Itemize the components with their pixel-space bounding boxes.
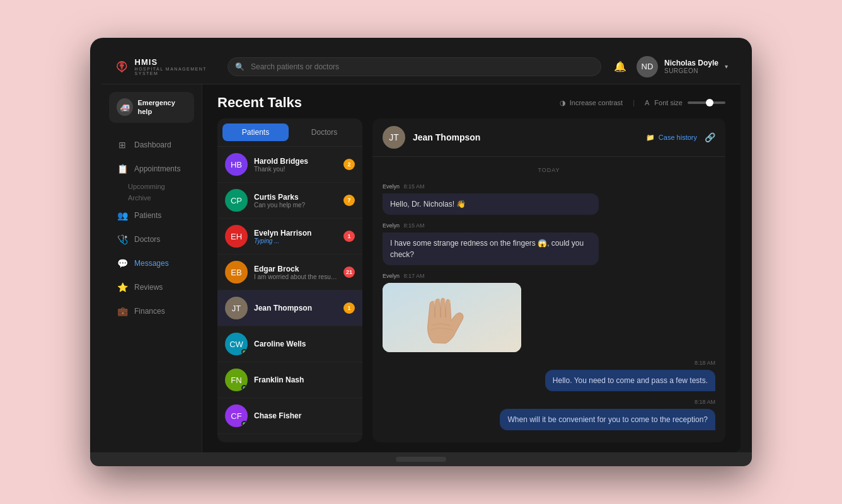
message-group: Evelyn 8:15 AM I have some strange redne… — [383, 222, 715, 265]
message-meta: Evelyn 8:15 AM — [383, 222, 715, 229]
case-history-button[interactable]: 📁 Case history — [646, 134, 697, 142]
logo-title: HMIS — [135, 57, 215, 67]
search-icon: 🔍 — [235, 62, 245, 71]
message-group: Evelyn 8:17 AM — [383, 273, 715, 352]
message-right-group: 8:18 AM Hello. You need to come and pass… — [383, 360, 715, 391]
sidebar: 🚑 Emergency help ⊞ Dashboard 📋 Appointme… — [101, 84, 202, 452]
laptop-notch — [396, 457, 446, 462]
topbar-right: 🔔 ND Nicholas Doyle SURGEON ▾ — [614, 56, 728, 77]
contact-name: Evelyn Harrison — [254, 229, 337, 238]
unread-badge: 1 — [343, 302, 355, 314]
appointments-submenu: Upcomming Archive — [128, 181, 202, 203]
svg-rect-0 — [383, 283, 521, 352]
emergency-label: Emergency help — [138, 98, 187, 117]
appointments-icon: 📋 — [117, 164, 128, 174]
case-history-label: Case history — [659, 134, 697, 141]
contact-item-franklin[interactable]: FN Franklin Nash — [217, 362, 362, 398]
topbar: HMIS HOSPITAL MANAGEMENT SYSTEM 🔍 🔔 ND N… — [101, 49, 741, 84]
contact-info: Curtis Parks Can you help me? — [254, 193, 337, 209]
avatar: ND — [637, 56, 658, 77]
sidebar-item-label: Doctors — [134, 235, 160, 244]
messages-icon: 💬 — [117, 258, 128, 268]
user-menu[interactable]: ND Nicholas Doyle SURGEON ▾ — [637, 56, 728, 77]
sidebar-item-label: Reviews — [134, 283, 163, 292]
chat-contact-avatar: JT — [383, 126, 405, 149]
sender-name: Evelyn — [383, 222, 400, 229]
contact-avatar-chase: CF — [225, 404, 248, 427]
reviews-icon: ⭐ — [117, 282, 128, 292]
contact-info: Jean Thompson — [254, 304, 337, 312]
contact-avatar-curtis: CP — [225, 189, 248, 212]
contact-name: Jean Thompson — [254, 304, 337, 312]
contact-item-edgar[interactable]: EB Edgar Brock I am worried about the re… — [217, 255, 362, 290]
chat-header: JT Jean Thompson 📁 Case history 🔗 — [372, 118, 725, 157]
dashboard-icon: ⊞ — [117, 140, 128, 150]
contact-item-evelyn[interactable]: EH Evelyn Harrison Typing ... 1 — [217, 219, 362, 255]
contact-avatar-jean: JT — [225, 297, 248, 319]
contact-avatar-harold: HB — [225, 153, 248, 176]
notifications-button[interactable]: 🔔 — [614, 60, 626, 72]
tab-patients[interactable]: Patients — [222, 123, 289, 141]
contact-info: Franklin Nash — [254, 375, 355, 384]
sidebar-item-appointments[interactable]: 📋 Appointments — [107, 158, 197, 180]
doctors-icon: 🩺 — [117, 234, 128, 244]
page-title: Recent Talks — [217, 94, 302, 111]
message-time: 8:15 AM — [404, 222, 425, 229]
divider: | — [633, 99, 635, 106]
sidebar-item-doctors[interactable]: 🩺 Doctors — [107, 228, 197, 251]
contact-info: Harold Bridges Thank you! — [254, 157, 337, 173]
contact-avatar-edgar: EB — [225, 261, 248, 284]
sidebar-item-finances[interactable]: 💼 Finances — [107, 300, 197, 323]
sidebar-item-messages[interactable]: 💬 Messages — [107, 252, 197, 275]
contact-item-chase[interactable]: CF Chase Fisher — [217, 398, 362, 434]
message-time: 8:15 AM — [404, 183, 425, 190]
contact-info: Chase Fisher — [254, 411, 355, 420]
chat-panel: JT Jean Thompson 📁 Case history 🔗 TODAY — [372, 118, 725, 442]
sender-name: Evelyn — [383, 183, 400, 190]
link-button[interactable]: 🔗 — [705, 132, 715, 142]
contrast-button[interactable]: ◑ Increase contrast — [560, 99, 623, 107]
submenu-archive[interactable]: Archive — [128, 192, 202, 203]
sidebar-item-dashboard[interactable]: ⊞ Dashboard — [107, 134, 197, 156]
tabs-row: Patients Doctors — [217, 118, 362, 147]
unread-badge: 21 — [343, 266, 355, 278]
contact-name: Harold Bridges — [254, 157, 337, 166]
sidebar-item-patients[interactable]: 👥 Patients — [107, 204, 197, 227]
contact-item-caroline[interactable]: CW Caroline Wells — [217, 326, 362, 362]
hand-image — [383, 283, 521, 352]
contact-name: Edgar Brock — [254, 265, 337, 273]
online-indicator — [241, 421, 247, 427]
contact-item-jean[interactable]: JT Jean Thompson 1 — [217, 290, 362, 326]
contact-msg: Thank you! — [254, 166, 337, 173]
date-label: TODAY — [383, 167, 715, 173]
sidebar-item-label: Patients — [134, 211, 161, 220]
message-right-group: 8:18 AM When will it be convenient for y… — [383, 399, 715, 430]
message-meta: Evelyn 8:15 AM — [383, 183, 715, 190]
contact-item-harold[interactable]: HB Harold Bridges Thank you! 2 — [217, 147, 362, 183]
search-input[interactable] — [228, 57, 601, 76]
contact-item-curtis[interactable]: CP Curtis Parks Can you help me? 7 — [217, 183, 362, 219]
contacts-list: HB Harold Bridges Thank you! 2 CP — [217, 147, 362, 442]
contrast-icon: ◑ — [560, 99, 566, 107]
emergency-button[interactable]: 🚑 Emergency help — [109, 92, 194, 123]
submenu-upcomming[interactable]: Upcomming — [128, 181, 202, 192]
tab-doctors[interactable]: Doctors — [291, 123, 357, 141]
sidebar-item-reviews[interactable]: ⭐ Reviews — [107, 276, 197, 299]
page-header: Recent Talks ◑ Increase contrast | A Fon… — [202, 84, 741, 118]
user-role: SURGEON — [664, 67, 718, 74]
message-bubble: Hello, Dr. Nicholas! 👋 — [383, 193, 599, 215]
logo-icon — [114, 59, 130, 75]
unread-badge: 2 — [343, 159, 355, 170]
image-bubble — [383, 283, 521, 352]
logo: HMIS HOSPITAL MANAGEMENT SYSTEM — [114, 57, 215, 76]
logo-subtitle: HOSPITAL MANAGEMENT SYSTEM — [135, 67, 215, 76]
message-group: Evelyn 8:15 AM Hello, Dr. Nicholas! 👋 — [383, 183, 715, 215]
font-icon: A — [645, 99, 649, 106]
online-indicator — [241, 349, 247, 355]
search-bar[interactable]: 🔍 — [228, 57, 601, 76]
header-controls: ◑ Increase contrast | A Font size — [560, 99, 725, 107]
contact-info: Caroline Wells — [254, 340, 355, 348]
contact-avatar-evelyn: EH — [225, 225, 248, 248]
font-size-slider[interactable] — [688, 101, 725, 104]
chevron-down-icon: ▾ — [725, 63, 728, 70]
